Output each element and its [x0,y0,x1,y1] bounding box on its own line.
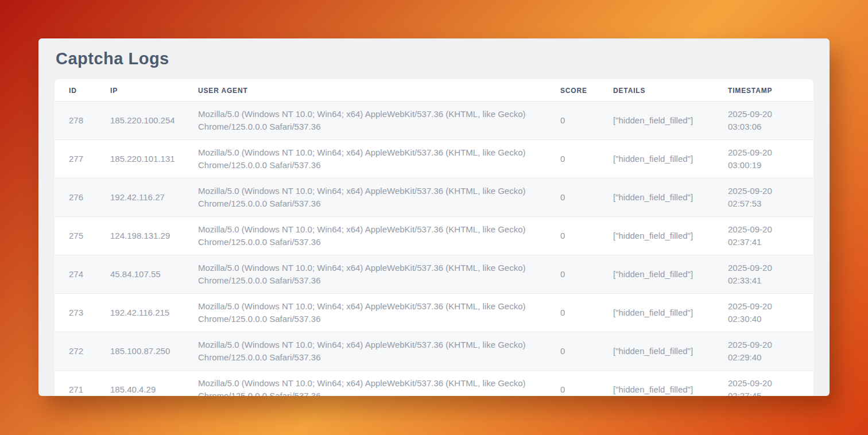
cell-ip: 192.42.116.27 [104,178,192,217]
col-header-user-agent: USER AGENT [192,79,555,102]
table-row: 274 45.84.107.55 Mozilla/5.0 (Windows NT… [55,255,813,294]
table-row: 272 185.100.87.250 Mozilla/5.0 (Windows … [55,332,813,371]
cell-score: 0 [555,217,607,255]
cell-details: ["hidden_field_filled"] [607,217,722,255]
cell-user-agent: Mozilla/5.0 (Windows NT 10.0; Win64; x64… [192,332,555,371]
cell-details: ["hidden_field_filled"] [607,102,722,140]
cell-timestamp: 2025-09-20 02:33:41 [722,255,813,294]
cell-details: ["hidden_field_filled"] [607,371,722,397]
cell-score: 0 [555,178,607,217]
cell-user-agent: Mozilla/5.0 (Windows NT 10.0; Win64; x64… [192,140,555,178]
logs-table: ID IP USER AGENT SCORE DETAILS TIMESTAMP… [55,79,813,396]
page-background: { "page": { "title": "Captcha Logs" }, "… [0,0,868,435]
cell-details: ["hidden_field_filled"] [607,140,722,178]
cell-score: 0 [555,294,607,332]
cell-user-agent: Mozilla/5.0 (Windows NT 10.0; Win64; x64… [192,178,555,217]
cell-timestamp: 2025-09-20 02:37:41 [722,217,813,255]
col-header-ip: IP [104,79,192,102]
cell-id: 271 [55,371,104,397]
cell-user-agent: Mozilla/5.0 (Windows NT 10.0; Win64; x64… [192,371,555,397]
col-header-id: ID [55,79,104,102]
cell-details: ["hidden_field_filled"] [607,294,722,332]
cell-user-agent: Mozilla/5.0 (Windows NT 10.0; Win64; x64… [192,217,555,255]
cell-details: ["hidden_field_filled"] [607,255,722,294]
cell-id: 278 [55,102,104,140]
cell-id: 277 [55,140,104,178]
table-row: 278 185.220.100.254 Mozilla/5.0 (Windows… [55,102,813,140]
cell-score: 0 [555,140,607,178]
cell-ip: 185.220.101.131 [104,140,192,178]
cell-user-agent: Mozilla/5.0 (Windows NT 10.0; Win64; x64… [192,102,555,140]
cell-score: 0 [555,102,607,140]
cell-timestamp: 2025-09-20 03:00:19 [722,140,813,178]
col-header-score: SCORE [555,79,607,102]
cell-id: 274 [55,255,104,294]
cell-user-agent: Mozilla/5.0 (Windows NT 10.0; Win64; x64… [192,294,555,332]
cell-ip: 185.220.100.254 [104,102,192,140]
cell-ip: 124.198.131.29 [104,217,192,255]
cell-ip: 185.100.87.250 [104,332,192,371]
table-row: 276 192.42.116.27 Mozilla/5.0 (Windows N… [55,178,813,217]
cell-user-agent: Mozilla/5.0 (Windows NT 10.0; Win64; x64… [192,255,555,294]
cell-id: 273 [55,294,104,332]
cell-score: 0 [555,255,607,294]
cell-timestamp: 2025-09-20 02:57:53 [722,178,813,217]
col-header-details: DETAILS [607,79,722,102]
cell-timestamp: 2025-09-20 02:30:40 [722,294,813,332]
table-header-row: ID IP USER AGENT SCORE DETAILS TIMESTAMP [55,79,813,102]
table-row: 273 192.42.116.215 Mozilla/5.0 (Windows … [55,294,813,332]
cell-ip: 45.84.107.55 [104,255,192,294]
cell-ip: 185.40.4.29 [104,371,192,397]
cell-timestamp: 2025-09-20 02:29:40 [722,332,813,371]
page-title: Captcha Logs [38,38,830,79]
captcha-logs-card: Captcha Logs ID IP USER AGENT SCORE DETA… [38,38,830,396]
cell-details: ["hidden_field_filled"] [607,332,722,371]
cell-id: 272 [55,332,104,371]
table-row: 275 124.198.131.29 Mozilla/5.0 (Windows … [55,217,813,255]
cell-timestamp: 2025-09-20 03:03:06 [722,102,813,140]
cell-timestamp: 2025-09-20 02:27:45 [722,371,813,397]
cell-score: 0 [555,371,607,397]
table-row: 271 185.40.4.29 Mozilla/5.0 (Windows NT … [55,371,813,397]
cell-score: 0 [555,332,607,371]
cell-id: 276 [55,178,104,217]
cell-details: ["hidden_field_filled"] [607,178,722,217]
table-row: 277 185.220.101.131 Mozilla/5.0 (Windows… [55,140,813,178]
logs-table-body: 278 185.220.100.254 Mozilla/5.0 (Windows… [55,102,813,397]
col-header-timestamp: TIMESTAMP [722,79,813,102]
cell-ip: 192.42.116.215 [104,294,192,332]
cell-id: 275 [55,217,104,255]
